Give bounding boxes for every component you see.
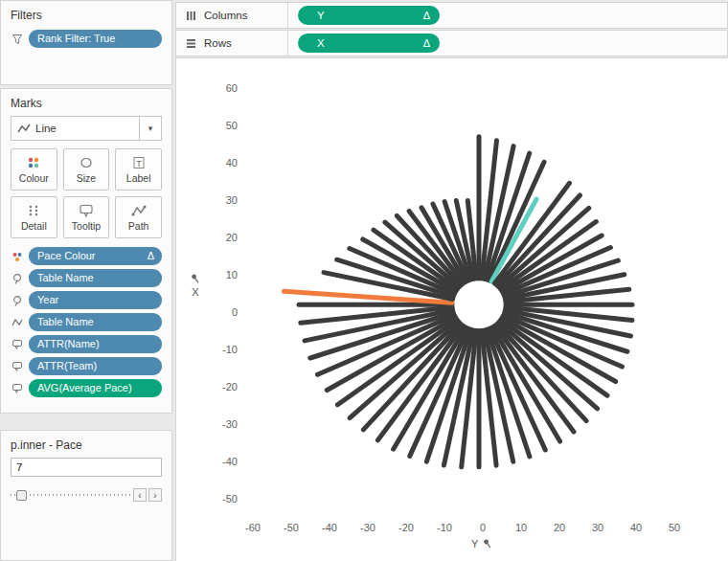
axis-tick-label: 50 (669, 522, 680, 533)
svg-text:T: T (136, 158, 142, 168)
tooltip-icon (11, 382, 24, 394)
avg-average-pace-pill[interactable]: AVG(Average Pace) (29, 379, 162, 397)
table-name-path-pill[interactable]: Table Name (29, 313, 162, 331)
marks-title: Marks (11, 97, 162, 110)
parameter-input[interactable] (11, 458, 162, 477)
colour-dots-icon (26, 156, 41, 169)
axis-tick-label: -20 (222, 381, 238, 393)
detail-button[interactable]: Detail (11, 196, 57, 238)
tooltip-icon (11, 338, 24, 350)
axis-tick-label: 30 (592, 522, 603, 533)
pace-colour-pill[interactable]: Pace Colour Δ (29, 247, 162, 265)
attr-team-pill[interactable]: ATTR(Team) (29, 357, 162, 375)
columns-pill-y[interactable]: Y Δ (298, 6, 440, 25)
columns-shelf: Columns Y Δ (175, 2, 728, 29)
delta-icon: Δ (423, 34, 430, 53)
parameter-card: p.inner - Pace ‹ › (0, 430, 172, 561)
axis-tick-label: -20 (398, 522, 414, 533)
size-icon (79, 156, 94, 169)
rows-icon (185, 37, 197, 50)
axis-tick-label: -10 (222, 344, 238, 355)
axis-tick-label: 30 (226, 194, 238, 206)
filters-title: Filters (11, 9, 162, 22)
axis-tick-label: 20 (554, 522, 565, 533)
mark-type-label: Line (35, 123, 139, 134)
path-icon (131, 204, 147, 217)
tooltip-icon (79, 204, 94, 217)
axis-tick-label: 0 (480, 522, 486, 533)
axis-tick-label: -30 (360, 522, 375, 533)
delta-icon: Δ (423, 6, 430, 25)
detail-icon (26, 204, 41, 217)
columns-shelf-label: Columns (176, 10, 287, 22)
detail-lasso-icon (11, 272, 24, 284)
detail-lasso-icon (11, 294, 24, 306)
axis-tick-label: 10 (515, 522, 527, 533)
columns-icon (185, 10, 197, 22)
colour-button[interactable]: Colour (11, 148, 57, 191)
slider-decrement-button[interactable]: ‹ (133, 488, 147, 502)
slider-thumb[interactable] (16, 490, 27, 501)
axis-tick-label: -10 (437, 522, 452, 533)
rows-shelf-label: Rows (176, 37, 287, 50)
filter-pill-label: Rank Filter: True (37, 33, 115, 44)
label-button[interactable]: T Label (115, 148, 162, 191)
delta-icon: Δ (148, 247, 154, 265)
tooltip-button[interactable]: Tooltip (63, 196, 110, 238)
x-axis-label: Y (471, 538, 478, 550)
y-axis-caption[interactable]: X (190, 273, 201, 298)
axis-tick-label: 60 (226, 82, 238, 94)
axis-tick-label: 20 (226, 232, 238, 243)
axis-tick-label: -50 (284, 522, 299, 533)
path-icon (11, 316, 24, 328)
marks-card: Marks Line ▾ Colour Size (0, 88, 172, 414)
pin-icon[interactable] (482, 538, 493, 550)
axis-tick-label: 40 (630, 522, 642, 533)
line-chart-icon (11, 123, 35, 134)
axis-tick-label: 10 (226, 269, 238, 280)
axis-tick-label: -40 (222, 456, 238, 467)
rows-shelf: Rows X Δ (175, 30, 728, 56)
table-name-pill[interactable]: Table Name (29, 269, 162, 287)
slider-increment-button[interactable]: › (148, 488, 162, 502)
label-icon: T (131, 156, 147, 169)
axis-tick-label: -30 (222, 418, 238, 430)
rows-pill-x[interactable]: X Δ (298, 34, 440, 53)
axis-tick-label: 40 (226, 157, 238, 168)
axis-tick-label: -50 (222, 493, 238, 505)
parameter-title: p.inner - Pace (11, 438, 162, 452)
shelf-divider (287, 3, 288, 28)
size-button[interactable]: Size (63, 148, 110, 191)
axis-tick-label: -60 (245, 522, 261, 533)
shelf-divider (287, 31, 288, 56)
chart-pane: -60-50-40-30-20-100102030405060504030201… (175, 57, 728, 561)
x-axis-caption[interactable]: Y (471, 538, 493, 550)
axis-tick-label: 50 (226, 120, 238, 131)
radial-line-chart[interactable]: -60-50-40-30-20-100102030405060504030201… (176, 58, 728, 561)
path-button[interactable]: Path (115, 196, 162, 238)
filter-icon (11, 33, 24, 45)
chevron-down-icon[interactable]: ▾ (139, 117, 161, 140)
slider-track[interactable] (11, 494, 131, 496)
parameter-slider[interactable]: ‹ › (11, 488, 162, 502)
year-pill[interactable]: Year (29, 291, 162, 309)
y-axis-label: X (192, 286, 198, 298)
filter-pill[interactable]: Rank Filter: True (29, 30, 162, 48)
filters-card: Filters Rank Filter: True (0, 0, 172, 85)
attr-name-pill[interactable]: ATTR(Name) (29, 335, 162, 353)
mark-type-dropdown[interactable]: Line ▾ (11, 116, 162, 141)
axis-tick-label: 0 (232, 306, 238, 318)
tooltip-icon (11, 360, 24, 372)
colour-dots-icon (11, 250, 24, 262)
pin-icon[interactable] (190, 273, 201, 284)
axis-tick-label: -40 (322, 522, 337, 533)
tableau-workspace: Filters Rank Filter: True Marks Line ▾ (0, 0, 728, 561)
